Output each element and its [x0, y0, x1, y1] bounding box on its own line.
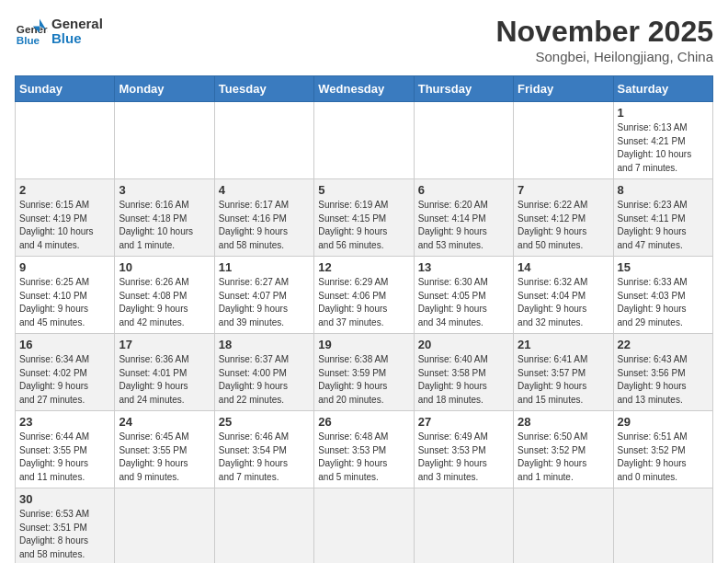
- day-number: 19: [318, 338, 409, 351]
- calendar-week-row: 9Sunrise: 6:25 AM Sunset: 4:10 PM Daylig…: [16, 257, 713, 334]
- calendar-cell: [314, 488, 414, 564]
- calendar-cell: 15Sunrise: 6:33 AM Sunset: 4:03 PM Dayli…: [613, 257, 712, 334]
- day-info: Sunrise: 6:23 AM Sunset: 4:11 PM Dayligh…: [618, 199, 709, 252]
- calendar-cell: 18Sunrise: 6:37 AM Sunset: 4:00 PM Dayli…: [214, 334, 313, 411]
- day-number: 11: [219, 260, 310, 274]
- calendar-cell: 27Sunrise: 6:49 AM Sunset: 3:53 PM Dayli…: [414, 411, 513, 488]
- day-number: 21: [518, 338, 609, 351]
- day-info: Sunrise: 6:19 AM Sunset: 4:15 PM Dayligh…: [318, 199, 409, 252]
- day-number: 5: [318, 183, 409, 197]
- month-year: November 2025: [495, 15, 713, 49]
- logo-blue: Blue: [51, 31, 103, 47]
- calendar-cell: [16, 102, 115, 179]
- day-info: Sunrise: 6:13 AM Sunset: 4:21 PM Dayligh…: [618, 121, 709, 175]
- day-number: 28: [518, 415, 609, 429]
- day-info: Sunrise: 6:50 AM Sunset: 3:52 PM Dayligh…: [518, 431, 609, 484]
- calendar-cell: 22Sunrise: 6:43 AM Sunset: 3:56 PM Dayli…: [613, 334, 712, 411]
- calendar-cell: 8Sunrise: 6:23 AM Sunset: 4:11 PM Daylig…: [613, 179, 712, 257]
- calendar-cell: 12Sunrise: 6:29 AM Sunset: 4:06 PM Dayli…: [314, 257, 414, 334]
- weekday-header-thursday: Thursday: [414, 76, 513, 102]
- day-number: 3: [119, 183, 210, 197]
- day-number: 30: [19, 492, 110, 506]
- day-info: Sunrise: 6:34 AM Sunset: 4:02 PM Dayligh…: [19, 353, 110, 407]
- calendar-cell: 24Sunrise: 6:45 AM Sunset: 3:55 PM Dayli…: [115, 411, 214, 488]
- calendar-week-row: 23Sunrise: 6:44 AM Sunset: 3:55 PM Dayli…: [16, 411, 713, 488]
- calendar-cell: 19Sunrise: 6:38 AM Sunset: 3:59 PM Dayli…: [314, 334, 414, 411]
- calendar-cell: 29Sunrise: 6:51 AM Sunset: 3:52 PM Dayli…: [613, 411, 712, 488]
- day-info: Sunrise: 6:46 AM Sunset: 3:54 PM Dayligh…: [219, 431, 310, 484]
- weekday-header-saturday: Saturday: [613, 76, 712, 102]
- day-number: 17: [119, 338, 210, 351]
- title-area: November 2025 Songbei, Heilongjiang, Chi…: [495, 15, 713, 64]
- day-info: Sunrise: 6:33 AM Sunset: 4:03 PM Dayligh…: [618, 276, 709, 329]
- day-info: Sunrise: 6:38 AM Sunset: 3:59 PM Dayligh…: [318, 353, 409, 407]
- day-number: 9: [19, 260, 110, 274]
- calendar-cell: [214, 488, 313, 564]
- calendar-cell: 23Sunrise: 6:44 AM Sunset: 3:55 PM Dayli…: [16, 411, 115, 488]
- day-number: 6: [418, 183, 509, 197]
- calendar-cell: 16Sunrise: 6:34 AM Sunset: 4:02 PM Dayli…: [16, 334, 115, 411]
- day-info: Sunrise: 6:36 AM Sunset: 4:01 PM Dayligh…: [119, 353, 210, 407]
- day-number: 23: [19, 415, 110, 429]
- day-info: Sunrise: 6:44 AM Sunset: 3:55 PM Dayligh…: [19, 431, 110, 484]
- day-info: Sunrise: 6:29 AM Sunset: 4:06 PM Dayligh…: [318, 276, 409, 329]
- day-number: 1: [618, 106, 709, 120]
- day-number: 15: [618, 260, 709, 274]
- calendar-cell: 25Sunrise: 6:46 AM Sunset: 3:54 PM Dayli…: [214, 411, 313, 488]
- calendar-cell: 26Sunrise: 6:48 AM Sunset: 3:53 PM Dayli…: [314, 411, 414, 488]
- calendar-cell: [414, 102, 513, 179]
- calendar-cell: 10Sunrise: 6:26 AM Sunset: 4:08 PM Dayli…: [115, 257, 214, 334]
- day-number: 13: [418, 260, 509, 274]
- weekday-header-tuesday: Tuesday: [214, 76, 313, 102]
- calendar-cell: 28Sunrise: 6:50 AM Sunset: 3:52 PM Dayli…: [514, 411, 613, 488]
- calendar-cell: 7Sunrise: 6:22 AM Sunset: 4:12 PM Daylig…: [514, 179, 613, 257]
- day-number: 4: [219, 183, 310, 197]
- day-info: Sunrise: 6:48 AM Sunset: 3:53 PM Dayligh…: [318, 431, 409, 484]
- calendar-cell: [214, 102, 313, 179]
- day-number: 18: [219, 338, 310, 351]
- day-number: 29: [618, 415, 709, 429]
- day-number: 27: [418, 415, 509, 429]
- weekday-header-wednesday: Wednesday: [314, 76, 414, 102]
- calendar-cell: 4Sunrise: 6:17 AM Sunset: 4:16 PM Daylig…: [214, 179, 313, 257]
- weekday-header-friday: Friday: [514, 76, 613, 102]
- day-info: Sunrise: 6:40 AM Sunset: 3:58 PM Dayligh…: [418, 353, 509, 407]
- calendar-cell: 3Sunrise: 6:16 AM Sunset: 4:18 PM Daylig…: [115, 179, 214, 257]
- day-info: Sunrise: 6:17 AM Sunset: 4:16 PM Dayligh…: [219, 199, 310, 252]
- day-info: Sunrise: 6:25 AM Sunset: 4:10 PM Dayligh…: [19, 276, 110, 329]
- calendar-cell: [115, 102, 214, 179]
- calendar-cell: 20Sunrise: 6:40 AM Sunset: 3:58 PM Dayli…: [414, 334, 513, 411]
- day-number: 7: [518, 183, 609, 197]
- weekday-header-sunday: Sunday: [16, 76, 115, 102]
- calendar-cell: 21Sunrise: 6:41 AM Sunset: 3:57 PM Dayli…: [514, 334, 613, 411]
- calendar: SundayMondayTuesdayWednesdayThursdayFrid…: [15, 75, 713, 563]
- location: Songbei, Heilongjiang, China: [495, 49, 713, 64]
- calendar-week-row: 1Sunrise: 6:13 AM Sunset: 4:21 PM Daylig…: [16, 102, 713, 179]
- calendar-cell: 1Sunrise: 6:13 AM Sunset: 4:21 PM Daylig…: [613, 102, 712, 179]
- logo: General Blue General Blue: [15, 15, 103, 48]
- day-info: Sunrise: 6:43 AM Sunset: 3:56 PM Dayligh…: [618, 353, 709, 407]
- day-number: 8: [618, 183, 709, 197]
- calendar-cell: [115, 488, 214, 564]
- calendar-cell: [414, 488, 513, 564]
- day-number: 14: [518, 260, 609, 274]
- day-info: Sunrise: 6:32 AM Sunset: 4:04 PM Dayligh…: [518, 276, 609, 329]
- day-number: 2: [19, 183, 110, 197]
- day-number: 24: [119, 415, 210, 429]
- day-info: Sunrise: 6:49 AM Sunset: 3:53 PM Dayligh…: [418, 431, 509, 484]
- day-info: Sunrise: 6:37 AM Sunset: 4:00 PM Dayligh…: [219, 353, 310, 407]
- calendar-cell: 5Sunrise: 6:19 AM Sunset: 4:15 PM Daylig…: [314, 179, 414, 257]
- calendar-cell: 17Sunrise: 6:36 AM Sunset: 4:01 PM Dayli…: [115, 334, 214, 411]
- day-number: 25: [219, 415, 310, 429]
- calendar-cell: 9Sunrise: 6:25 AM Sunset: 4:10 PM Daylig…: [16, 257, 115, 334]
- calendar-cell: [514, 102, 613, 179]
- day-number: 26: [318, 415, 409, 429]
- weekday-header-row: SundayMondayTuesdayWednesdayThursdayFrid…: [16, 76, 713, 102]
- day-info: Sunrise: 6:27 AM Sunset: 4:07 PM Dayligh…: [219, 276, 310, 329]
- calendar-week-row: 16Sunrise: 6:34 AM Sunset: 4:02 PM Dayli…: [16, 334, 713, 411]
- calendar-cell: [314, 102, 414, 179]
- calendar-week-row: 2Sunrise: 6:15 AM Sunset: 4:19 PM Daylig…: [16, 179, 713, 257]
- day-info: Sunrise: 6:16 AM Sunset: 4:18 PM Dayligh…: [119, 199, 210, 252]
- svg-text:Blue: Blue: [17, 34, 40, 46]
- calendar-cell: 11Sunrise: 6:27 AM Sunset: 4:07 PM Dayli…: [214, 257, 313, 334]
